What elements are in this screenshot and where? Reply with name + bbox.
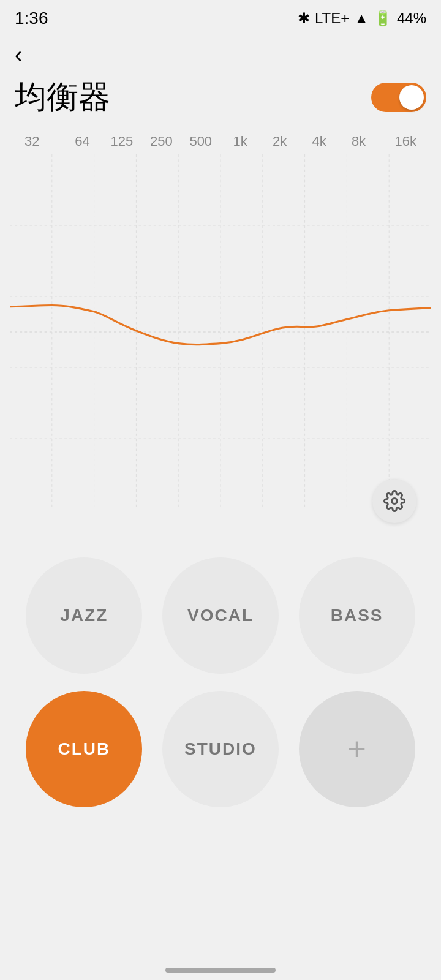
preset-vocal-label: VOCAL	[187, 606, 254, 625]
bluetooth-icon: ✱	[298, 10, 310, 27]
home-indicator	[165, 968, 276, 973]
freq-1k: 1k	[222, 134, 258, 149]
battery-icon: 🔋	[374, 10, 392, 27]
preset-studio-label: STUDIO	[184, 739, 257, 759]
back-button[interactable]: ‹	[0, 34, 441, 71]
eq-toggle[interactable]	[371, 83, 426, 112]
freq-4k: 4k	[301, 134, 337, 149]
status-time: 1:36	[15, 9, 48, 28]
preset-vocal[interactable]: VOCAL	[162, 557, 279, 674]
signal-icon: ▲	[354, 10, 369, 27]
preset-jazz[interactable]: JAZZ	[26, 557, 142, 674]
network-label: LTE+	[315, 10, 349, 27]
status-bar: 1:36 ✱ LTE+ ▲ 🔋 44%	[0, 0, 441, 34]
preset-club-label: CLUB	[58, 739, 110, 759]
eq-svg[interactable]	[10, 154, 431, 510]
add-icon: +	[347, 733, 366, 765]
freq-16k: 16k	[380, 134, 417, 149]
title-row: 均衡器	[0, 71, 441, 134]
add-preset-button[interactable]: +	[299, 691, 415, 807]
freq-8k: 8k	[341, 134, 377, 149]
presets-section: JAZZ VOCAL BASS CLUB STUDIO +	[0, 538, 441, 822]
svg-point-16	[392, 499, 398, 504]
preset-jazz-label: JAZZ	[60, 606, 108, 625]
battery-level: 44%	[397, 10, 426, 27]
freq-64: 64	[64, 134, 100, 149]
status-icons: ✱ LTE+ ▲ 🔋 44%	[298, 10, 426, 27]
toggle-knob	[399, 85, 424, 110]
freq-125: 125	[104, 134, 140, 149]
gear-icon	[383, 490, 405, 512]
page-title: 均衡器	[15, 76, 110, 119]
presets-grid: JAZZ VOCAL BASS CLUB STUDIO +	[24, 557, 417, 807]
freq-500: 500	[183, 134, 219, 149]
preset-bass[interactable]: BASS	[299, 557, 415, 674]
preset-club[interactable]: CLUB	[26, 691, 142, 807]
freq-250: 250	[143, 134, 179, 149]
eq-container: 32 64 125 250 500 1k 2k 4k 8k 16k	[10, 134, 431, 538]
back-arrow-icon: ‹	[15, 42, 22, 67]
freq-labels: 32 64 125 250 500 1k 2k 4k 8k 16k	[10, 134, 431, 149]
settings-button[interactable]	[372, 479, 417, 523]
eq-graph[interactable]	[10, 154, 431, 510]
freq-2k: 2k	[262, 134, 298, 149]
freq-32: 32	[24, 134, 61, 149]
preset-studio[interactable]: STUDIO	[162, 691, 279, 807]
preset-bass-label: BASS	[331, 606, 383, 625]
